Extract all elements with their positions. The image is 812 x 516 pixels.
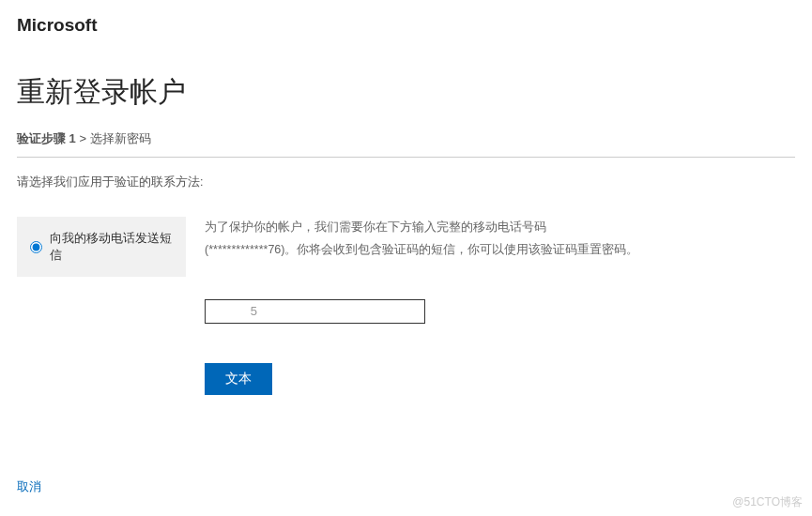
description-line-1: 为了保护你的帐户，我们需要你在下方输入完整的移动电话号码 (205, 217, 795, 239)
instruction-text: 请选择我们应用于验证的联系方法: (17, 175, 795, 190)
sms-option-label: 向我的移动电话发送短信 (50, 230, 173, 264)
verification-details: 为了保护你的帐户，我们需要你在下方输入完整的移动电话号码 (**********… (205, 217, 795, 395)
sms-radio[interactable] (30, 241, 42, 253)
breadcrumb-current: 验证步骤 1 (17, 131, 76, 145)
verification-option-panel: 向我的移动电话发送短信 (17, 217, 186, 277)
cancel-link[interactable]: 取消 (17, 478, 41, 495)
sms-option[interactable]: 向我的移动电话发送短信 (30, 230, 173, 264)
description-line-2: (*************76)。你将会收到包含验证码的短信，你可以使用该验证… (205, 239, 795, 262)
verification-row: 向我的移动电话发送短信 为了保护你的帐户，我们需要你在下方输入完整的移动电话号码… (17, 217, 795, 395)
brand-logo: Microsoft (17, 15, 795, 36)
divider (17, 157, 795, 158)
phone-input[interactable] (205, 299, 425, 324)
breadcrumb: 验证步骤 1 > 选择新密码 (17, 130, 795, 147)
page-title: 重新登录帐户 (17, 73, 795, 112)
breadcrumb-separator: > (76, 131, 90, 145)
submit-button[interactable]: 文本 (205, 363, 272, 395)
watermark: @51CTO博客 (732, 494, 803, 510)
breadcrumb-next: 选择新密码 (90, 131, 151, 145)
